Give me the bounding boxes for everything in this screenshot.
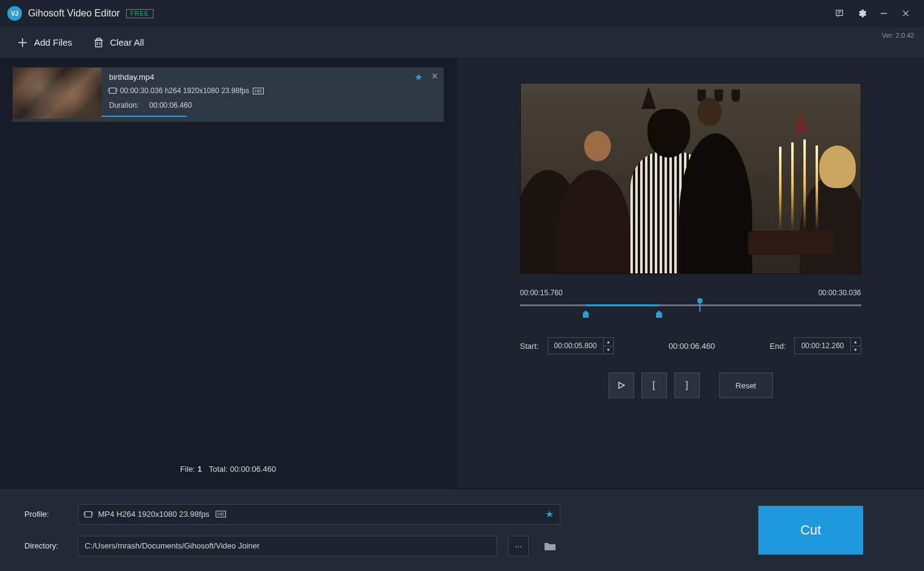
reset-button[interactable]: Reset [719,373,773,398]
total-value: 00:00:06.460 [230,464,276,474]
start-step-up[interactable]: ▲ [604,338,613,346]
cut-label: Cut [800,522,821,538]
file-info: birthday.mp4 00:00:30.036 h264 1920x1080… [102,68,443,122]
file-item[interactable]: birthday.mp4 00:00:30.036 h264 1920x1080… [12,67,444,122]
file-list-pane: birthday.mp4 00:00:30.036 h264 1920x1080… [0,58,457,488]
main-area: birthday.mp4 00:00:30.036 h264 1920x1080… [0,58,924,488]
plus-icon [17,37,28,48]
video-preview[interactable] [520,83,861,274]
duration-label: Duration: [109,101,146,110]
cake [748,231,833,255]
preview-pane: 00:00:15.760 00:00:30.036 Start: 00:00:0… [457,58,924,488]
end-time-input[interactable]: 00:00:12.260 ▲▼ [794,337,861,354]
end-step-down[interactable]: ▼ [851,346,861,354]
playhead[interactable] [699,301,700,312]
file-name: birthday.mp4 [109,72,436,82]
svg-rect-0 [836,10,843,16]
play-button[interactable] [608,373,634,398]
trim-start-handle[interactable] [583,310,589,318]
clear-all-label: Clear All [110,37,144,47]
directory-value: C:/Users/mrash/Documents/Gihosoft/Video … [85,541,259,550]
file-count-label: File: [180,464,196,474]
profile-selector[interactable]: MP4 H264 1920x1080 23.98fps HD ★ [78,504,560,525]
star-icon[interactable]: ★ [414,71,423,83]
playback-controls: [ ] Reset [608,373,773,398]
profile-value: MP4 H264 1920x1080 23.98fps [98,510,210,519]
selection-duration: 00:00:06.460 [622,342,761,351]
title-bar: VJ Gihosoft Video Editor FREE [0,0,924,27]
file-count-value: 1 [197,464,202,474]
version-label: Ver: 2.0.42 [882,32,914,39]
main-toolbar: Ver: 2.0.42 Add Files Clear All [0,27,924,58]
hd-icon: HD [216,511,227,517]
end-time-value: 00:00:12.260 [795,338,850,354]
file-thumbnail [13,68,102,119]
feedback-icon[interactable] [829,2,851,24]
remove-file-icon[interactable]: ✕ [431,71,439,81]
free-badge: FREE [126,9,153,18]
clear-all-button[interactable]: Clear All [93,37,144,48]
open-folder-button[interactable] [540,536,560,556]
end-step-up[interactable]: ▲ [851,338,861,346]
progress-indicator [102,116,187,117]
profile-label: Profile: [24,510,67,519]
svg-rect-6 [96,40,102,47]
play-icon [617,381,626,390]
timeline: 00:00:15.760 00:00:30.036 [520,289,861,318]
file-meta: 00:00:30.036 h264 1920x1080 23.98fps [120,86,249,95]
mark-out-button[interactable]: ] [674,373,700,398]
film-icon [85,511,92,517]
add-files-label: Add Files [34,37,72,47]
settings-gear-icon[interactable] [851,2,873,24]
app-logo-icon: VJ [7,6,22,21]
star-icon[interactable]: ★ [545,508,554,520]
add-files-button[interactable]: Add Files [17,37,72,48]
svg-marker-11 [619,382,624,388]
mark-in-button[interactable]: [ [641,373,667,398]
start-time-input[interactable]: 00:00:05.800 ▲▼ [548,337,614,354]
end-label: End: [770,342,786,351]
start-time-value: 00:00:05.800 [548,338,603,354]
folder-icon [544,541,556,551]
output-panel: Profile: MP4 H264 1920x1080 23.98fps HD … [0,488,924,571]
hd-icon: HD [253,88,264,94]
total-label: Total: [209,464,228,474]
trim-end-handle[interactable] [656,310,662,318]
svg-rect-10 [97,38,101,40]
file-status-bar: File: 1 Total: 00:00:06.460 [12,458,444,480]
trash-icon [93,37,104,48]
cut-button[interactable]: Cut [758,506,863,555]
start-step-down[interactable]: ▼ [604,346,613,354]
app-title: Gihosoft Video Editor [28,8,120,19]
timeline-track[interactable] [520,301,861,318]
duration-value: 00:00:06.460 [149,101,192,110]
timeline-left-time: 00:00:15.760 [520,289,563,297]
directory-input[interactable]: C:/Users/mrash/Documents/Gihosoft/Video … [78,536,497,556]
browse-directory-button[interactable]: ··· [508,536,529,556]
timeline-right-time: 00:00:30.036 [818,289,861,297]
trim-controls: Start: 00:00:05.800 ▲▼ 00:00:06.460 End:… [520,337,861,354]
directory-label: Directory: [24,541,67,550]
film-icon [109,88,116,94]
close-button[interactable] [895,2,917,24]
minimize-button[interactable] [873,2,895,24]
start-label: Start: [520,342,539,351]
